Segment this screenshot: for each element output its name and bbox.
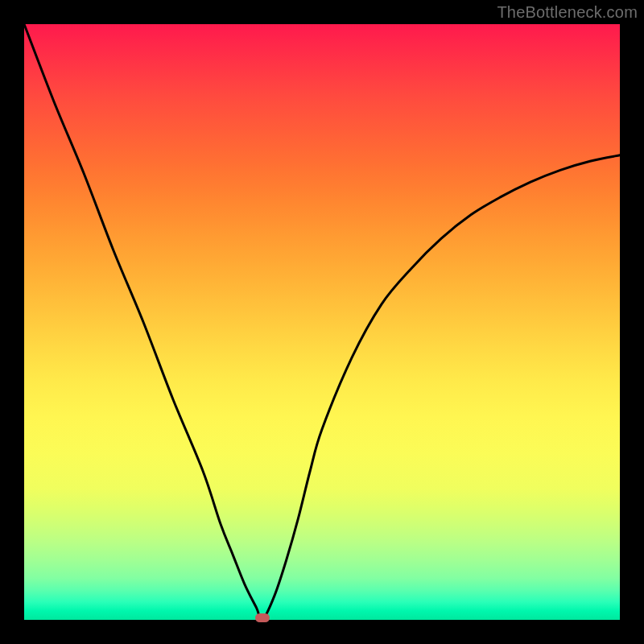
- chart-frame: TheBottleneck.com: [0, 0, 644, 644]
- watermark-text: TheBottleneck.com: [497, 3, 638, 22]
- bottleneck-curve-path: [24, 24, 620, 620]
- optimum-marker: [255, 613, 270, 622]
- curve-svg: [24, 24, 620, 620]
- plot-area: [24, 24, 620, 620]
